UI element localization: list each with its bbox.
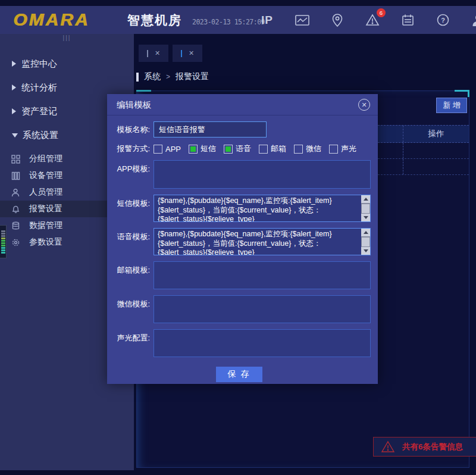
template-name-label: 模板名称: [107,124,154,135]
checkbox-box[interactable] [189,145,198,154]
header-icon-row: IP 6 ? [259,6,476,34]
warning-triangle-icon [381,440,395,453]
chevron-down-icon [12,133,18,138]
ip-button[interactable]: IP [259,12,275,28]
panel-corner-accent [136,90,151,92]
textarea-scrollbar[interactable] [361,195,370,221]
modal-body: 模板名称: 报警方式: APP 短信 语音 邮箱 微信 声光 APP模板: [107,115,378,382]
location-icon[interactable] [330,12,345,28]
soundlight-config-textarea[interactable] [154,329,371,357]
checkbox-box[interactable] [259,145,268,154]
checkbox-email[interactable]: 邮箱 [259,143,286,154]
textarea-scrollbar[interactable] [361,229,370,255]
subnav-label: 人员管理 [29,187,62,198]
app-title: 智慧机房 [127,12,182,29]
database-icon [11,221,20,230]
svg-text:?: ? [441,17,445,24]
chevron-right-icon [12,108,16,114]
close-icon[interactable]: ✕ [189,50,194,57]
tab-2[interactable]: ✕ [173,45,202,62]
subnav-label: 数据管理 [29,220,62,231]
wechat-template-textarea[interactable] [154,295,371,323]
chevron-right-icon [12,61,16,67]
tab-1[interactable]: ✕ [139,45,168,62]
person-icon [11,188,20,197]
app-window: OMARA 智慧机房 2023-02-13 15:27:09 IP 6 ? [0,0,476,475]
header-bar: OMARA 智慧机房 2023-02-13 15:27:09 IP 6 ? [0,6,476,34]
checkbox-app[interactable]: APP [154,145,181,154]
checkbox-voice[interactable]: 语音 [224,143,251,154]
subnav-label: 参数设置 [29,237,62,248]
chart-icon[interactable] [295,12,310,28]
wechat-template-label: 微信模板: [107,295,154,323]
header-timestamp: 2023-02-13 15:27:09 [192,18,265,26]
email-template-textarea[interactable] [154,261,371,289]
save-button[interactable]: 保 存 [216,367,262,382]
sidebar-item-monitor-center[interactable]: 监控中心 [0,52,134,76]
alarm-banner-text: 共有6条告警信息 [402,442,463,452]
modal-title: 编辑模板 [107,94,378,115]
checkbox-box[interactable] [224,145,233,154]
nav-label: 系统设置 [23,130,58,141]
scroll-down-button[interactable] [361,214,370,221]
scroll-down-button[interactable] [361,247,370,255]
bottom-strip [0,470,476,475]
scroll-thumb[interactable] [362,238,369,246]
panel-corner-accent [468,90,469,97]
alarm-badge: 6 [377,8,386,17]
checkbox-box[interactable] [154,145,162,154]
app-template-textarea[interactable] [154,160,371,189]
tab-indicator [181,50,182,57]
soundlight-config-label: 声光配置: [107,329,154,357]
chevron-right-icon [12,85,16,90]
gear-icon [11,238,20,247]
voice-template-label: 语音模板: [107,228,154,255]
calendar-icon[interactable] [400,12,415,28]
template-name-input[interactable] [154,121,267,138]
ip-label: IP [261,14,273,27]
sidebar-collapse-handle[interactable]: ||| [0,34,134,43]
email-template-label: 邮箱模板: [107,261,154,289]
sms-template-label: 短信模板: [107,195,154,222]
alarm-message-banner[interactable]: 共有6条告警信息 [373,437,476,457]
checkbox-wechat[interactable]: 微信 [294,143,321,154]
subnav-label: 设备管理 [29,170,62,181]
checkbox-box[interactable] [329,145,338,154]
app-template-label: APP模板: [107,160,154,189]
scroll-up-button[interactable] [361,229,370,236]
voice-template-textarea[interactable]: {$name},{$pubdate}{$eq_name},监控项:{$alert… [154,228,371,255]
tab-bar: ✕ ✕ [139,45,202,62]
modal-close-icon[interactable]: ✕ [358,99,370,111]
scroll-thumb[interactable] [362,204,369,213]
breadcrumb-separator: > [166,73,170,81]
brand-logo: OMARA [13,10,89,30]
top-strip [0,0,476,6]
sms-template-textarea[interactable]: {$name},{$pubdate}{$eq_name},监控项:{$alert… [154,195,371,222]
bell-icon [11,204,20,214]
close-icon[interactable]: ✕ [155,50,160,57]
table-header-operation: 操作 [403,126,469,142]
help-icon[interactable]: ? [435,12,450,28]
breadcrumb: 系统 > 报警设置 [136,71,209,82]
grid-icon [11,154,20,164]
user-icon[interactable] [470,12,476,28]
level-meter-widget[interactable] [0,225,7,258]
subnav-label: 分组管理 [29,154,62,164]
subnav-label: 报警设置 [29,204,62,214]
checkbox-sms[interactable]: 短信 [189,143,216,154]
checkbox-soundlight[interactable]: 声光 [329,143,356,154]
nav-label: 统计分析 [21,82,57,93]
add-new-button[interactable]: 新 增 [436,98,467,113]
breadcrumb-page[interactable]: 报警设置 [176,71,209,82]
breadcrumb-marker [136,73,139,82]
nav-label: 资产登记 [21,106,57,117]
columns-icon [11,171,20,180]
breadcrumb-section[interactable]: 系统 [144,71,161,82]
alarm-method-group: APP 短信 语音 邮箱 微信 声光 [154,143,356,154]
tab-indicator [147,50,148,57]
alarm-icon[interactable]: 6 [365,12,380,28]
checkbox-box[interactable] [294,145,303,154]
nav-label: 监控中心 [21,58,57,70]
edit-template-modal: 编辑模板 ✕ 模板名称: 报警方式: APP 短信 语音 邮箱 微信 声光 AP… [107,94,378,384]
scroll-up-button[interactable] [361,195,370,203]
